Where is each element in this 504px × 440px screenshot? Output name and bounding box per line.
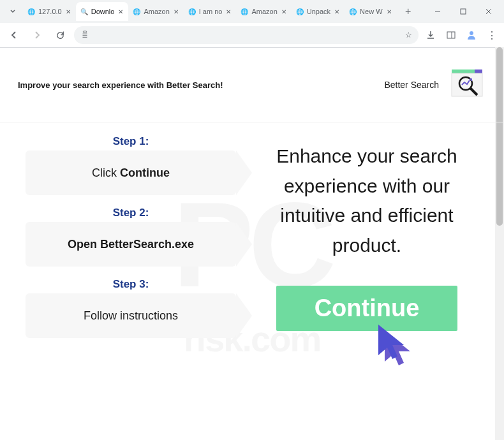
step-1-prefix: Click	[92, 166, 120, 179]
tab-title: Amazon	[144, 8, 169, 15]
maximize-button[interactable]	[450, 2, 476, 21]
forward-button[interactable]	[28, 26, 46, 44]
profile-avatar-icon[interactable]	[464, 28, 478, 42]
step-3-label: Step 3:	[26, 278, 236, 291]
search-icon: 🔍	[80, 7, 89, 16]
continue-button[interactable]: Continue	[276, 286, 458, 331]
page-header: Improve your search experience with Bett…	[0, 48, 504, 122]
step-1-bold: Continue	[120, 166, 170, 179]
address-bar[interactable]: ☆	[74, 26, 419, 44]
step-2-box: Open BetterSearch.exe	[26, 222, 236, 267]
tab-3[interactable]: 🌐 I am no ✕	[184, 2, 237, 21]
svg-rect-10	[475, 70, 482, 73]
close-icon[interactable]: ✕	[117, 8, 124, 15]
minimize-button[interactable]	[425, 2, 450, 21]
step-1-box: Click Continue	[26, 150, 236, 195]
toolbar: ☆ ⋮	[0, 23, 504, 47]
close-icon[interactable]: ✕	[280, 8, 288, 15]
tab-title: Downlo	[91, 8, 115, 15]
window-controls	[425, 2, 501, 21]
close-icon[interactable]: ✕	[64, 8, 72, 15]
brand-logo-icon	[448, 66, 486, 104]
menu-icon[interactable]: ⋮	[485, 28, 499, 42]
site-settings-icon[interactable]	[80, 30, 89, 41]
tagline: Improve your search experience with Bett…	[18, 80, 223, 90]
close-icon[interactable]: ✕	[385, 8, 393, 15]
tab-0[interactable]: 🌐 127.0.0 ✕	[23, 2, 76, 21]
close-icon[interactable]: ✕	[333, 8, 341, 15]
tab-4[interactable]: 🌐 Amazon ✕	[236, 2, 291, 21]
step-2-label: Step 2:	[26, 207, 236, 219]
globe-icon: 🌐	[240, 7, 249, 16]
back-button[interactable]	[5, 26, 23, 44]
svg-point-8	[470, 31, 473, 35]
tab-5[interactable]: 🌐 Unpack ✕	[292, 2, 345, 21]
tab-strip: 🌐 127.0.0 ✕ 🔍 Downlo ✕ 🌐 Amazon ✕ 🌐 I am…	[0, 0, 504, 23]
cursor-graphic-icon	[373, 325, 424, 378]
svg-rect-1	[461, 9, 466, 14]
tab-6[interactable]: 🌐 New W ✕	[345, 2, 396, 21]
step-1-label: Step 1:	[26, 135, 236, 148]
tab-title: I am no	[199, 8, 223, 15]
globe-icon: 🌐	[132, 7, 141, 16]
close-window-button[interactable]	[476, 2, 501, 21]
svg-rect-2	[83, 31, 86, 33]
tab-title: Amazon	[251, 8, 277, 15]
tab-search-caret[interactable]	[5, 4, 20, 19]
hero-column: Enhance your search experience with our …	[255, 135, 478, 385]
step-2-bold: Open BetterSearch.exe	[68, 238, 194, 251]
browser-chrome: 🌐 127.0.0 ✕ 🔍 Downlo ✕ 🌐 Amazon ✕ 🌐 I am…	[0, 0, 504, 48]
globe-icon: 🌐	[188, 7, 196, 16]
step-3-prefix: Follow instructions	[84, 309, 178, 322]
steps-column: Step 1: Click Continue Step 2: Open Bett…	[26, 135, 236, 385]
page-content: PC risk.com Improve your search experien…	[0, 48, 504, 440]
svg-rect-6	[447, 32, 455, 38]
new-tab-button[interactable]: +	[401, 4, 416, 19]
tab-title: Unpack	[307, 8, 330, 15]
step-3-box: Follow instructions	[26, 293, 236, 338]
headline: Enhance your search experience with our …	[255, 142, 478, 260]
side-panel-icon[interactable]	[444, 28, 458, 42]
tab-2[interactable]: 🌐 Amazon ✕	[128, 2, 183, 21]
tab-title: 127.0.0	[38, 8, 62, 15]
reload-button[interactable]	[51, 26, 69, 44]
close-icon[interactable]: ✕	[172, 8, 180, 15]
brand-name: Better Search	[384, 80, 439, 90]
close-icon[interactable]: ✕	[225, 8, 232, 15]
globe-icon: 🌐	[27, 7, 36, 16]
globe-icon: 🌐	[348, 7, 357, 16]
bookmark-star-icon[interactable]: ☆	[405, 31, 412, 40]
downloads-icon[interactable]	[424, 28, 438, 42]
globe-icon: 🌐	[295, 7, 304, 16]
tab-title: New W	[360, 8, 382, 15]
tab-1[interactable]: 🔍 Downlo ✕	[76, 2, 129, 21]
